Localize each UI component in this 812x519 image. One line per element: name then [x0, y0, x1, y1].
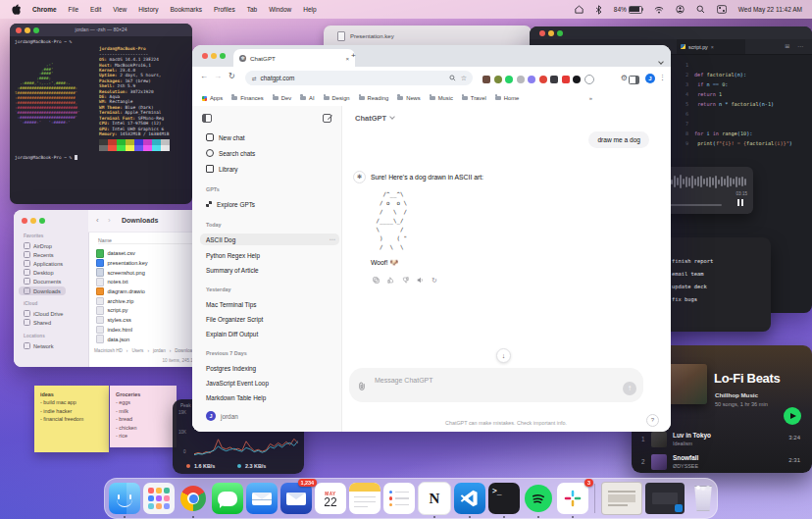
- menu-profiles[interactable]: Profiles: [208, 6, 241, 13]
- explore-gpts-button[interactable]: Explore GPTs: [200, 198, 339, 210]
- breadcrumb[interactable]: Macintosh HD› Users› jordan› Downloads: [94, 348, 197, 353]
- chat-item[interactable]: Summary of Article: [200, 264, 339, 276]
- dock-mail-unread-icon[interactable]: 1,234: [280, 483, 312, 514]
- send-button[interactable]: ↑: [623, 382, 636, 395]
- regenerate-icon[interactable]: ↻: [430, 277, 439, 285]
- sidebar-item-applications[interactable]: Applications: [24, 260, 63, 267]
- sidebar-item-desktop[interactable]: Desktop: [24, 269, 54, 276]
- menu-file[interactable]: File: [63, 6, 84, 13]
- dock-slack-icon[interactable]: 3: [557, 483, 588, 514]
- play-button[interactable]: [784, 407, 801, 425]
- dock-spotify-icon[interactable]: [523, 483, 554, 514]
- menu-view[interactable]: View: [107, 6, 132, 13]
- waveform[interactable]: [665, 173, 747, 190]
- audio-progress-bar[interactable]: [665, 204, 722, 206]
- menu-clock[interactable]: Wed May 22 11:42 AM: [733, 6, 812, 13]
- terminal-body[interactable]: jordan@MacBook-Pro ~ % ,:' ,###' :####' …: [10, 36, 192, 164]
- sidebar-item-icloud-drive[interactable]: iCloud Drive: [24, 310, 63, 317]
- address-bar[interactable]: ⇄ chatgpt.com ☆: [245, 71, 473, 85]
- control-center-icon[interactable]: [711, 5, 733, 14]
- search-icon[interactable]: [449, 75, 456, 82]
- message-input[interactable]: Message ChatGPT ↑: [349, 368, 643, 402]
- wifi-icon[interactable]: [648, 6, 670, 14]
- bookmark-folder[interactable]: Reading: [359, 95, 389, 101]
- sidebar-item-documents[interactable]: Documents: [24, 278, 61, 285]
- zoom-button[interactable]: [33, 27, 39, 33]
- minimize-button[interactable]: [548, 30, 554, 36]
- menu-app-name[interactable]: Chrome: [26, 6, 63, 13]
- back-button[interactable]: ‹: [96, 216, 99, 225]
- extension-icon[interactable]: [517, 76, 525, 83]
- chat-item[interactable]: Mac Terminal Tips: [200, 298, 339, 310]
- sidebar-item-airdrop[interactable]: AirDrop: [24, 242, 52, 249]
- more-menu-icon[interactable]: ⋮: [659, 74, 666, 81]
- attach-paperclip-icon[interactable]: [358, 377, 366, 394]
- side-panel-icon[interactable]: [629, 76, 639, 84]
- chrome-tab-chatgpt[interactable]: ✻ ChatGPT ×: [233, 49, 355, 67]
- extension-icon[interactable]: [539, 76, 547, 83]
- minimize-button[interactable]: [25, 27, 30, 33]
- dock-launchpad-icon[interactable]: [143, 483, 175, 514]
- bookmarks-overflow-icon[interactable]: »: [589, 95, 592, 101]
- menu-help[interactable]: Help: [297, 6, 322, 13]
- zoom-button[interactable]: [557, 30, 563, 36]
- dock-messages-icon[interactable]: [212, 483, 243, 514]
- tab-close-icon[interactable]: ×: [345, 55, 349, 62]
- dock-trash-icon[interactable]: [687, 483, 719, 514]
- chat-item[interactable]: JavaScript Event Loop: [200, 377, 339, 389]
- forward-button[interactable]: →: [214, 72, 222, 80]
- compose-icon[interactable]: [323, 114, 331, 123]
- menu-window[interactable]: Window: [263, 6, 297, 13]
- library-button[interactable]: Library: [200, 163, 339, 175]
- chat-item[interactable]: Python Regex Help: [200, 249, 339, 261]
- chat-item[interactable]: Explain Diff Output: [200, 328, 339, 339]
- vscode-window-controls[interactable]: [539, 30, 563, 36]
- extension-icon[interactable]: [494, 76, 502, 83]
- extension-icon[interactable]: [573, 76, 581, 83]
- user-profile-row[interactable]: J jordan: [200, 410, 339, 422]
- sidebar-item-shared[interactable]: Shared: [24, 319, 51, 326]
- dock-chrome-icon[interactable]: [178, 483, 209, 514]
- bookmark-folder[interactable]: Travel: [462, 95, 486, 101]
- close-button[interactable]: [539, 30, 545, 36]
- tab-close-icon[interactable]: ×: [711, 44, 714, 50]
- forward-button[interactable]: ›: [108, 216, 111, 225]
- extension-icon[interactable]: [562, 76, 570, 83]
- chat-options-icon[interactable]: ⋯: [330, 235, 335, 243]
- user-menu-icon[interactable]: [670, 5, 690, 14]
- reload-button[interactable]: ↻: [228, 72, 235, 80]
- extension-icon[interactable]: [550, 76, 558, 83]
- chat-item[interactable]: Markdown Table Help: [200, 391, 339, 403]
- thumbs-down-icon[interactable]: [400, 277, 410, 285]
- dock-notes-icon[interactable]: [349, 483, 381, 514]
- zoom-button[interactable]: [39, 218, 45, 224]
- dock-notion-icon[interactable]: N: [418, 482, 451, 515]
- terminal-window-controls[interactable]: [16, 27, 39, 33]
- scroll-to-bottom-button[interactable]: ↓: [496, 348, 511, 363]
- bluetooth-icon[interactable]: [589, 5, 608, 15]
- apple-menu-icon[interactable]: [0, 4, 26, 15]
- menu-history[interactable]: History: [132, 6, 164, 13]
- breadcrumb-item[interactable]: Users: [131, 348, 143, 353]
- bookmark-star-icon[interactable]: ☆: [461, 75, 467, 82]
- extension-icon[interactable]: [528, 76, 535, 83]
- chat-item[interactable]: Postgres Indexing: [200, 362, 339, 374]
- menu-bookmarks[interactable]: Bookmarks: [164, 6, 208, 13]
- bookmark-folder[interactable]: Home: [495, 95, 519, 101]
- new-chat-button[interactable]: New chat: [200, 131, 339, 143]
- sidebar-item-network[interactable]: Network: [24, 342, 54, 349]
- menu-tab[interactable]: Tab: [241, 6, 263, 13]
- breadcrumb-item[interactable]: Macintosh HD: [94, 348, 123, 353]
- chat-item[interactable]: File Organizer Script: [200, 313, 339, 325]
- sticky-note-groceries[interactable]: Groceries - eggs- milk- bread- chicken- …: [110, 386, 177, 447]
- dock-reminders-icon[interactable]: [383, 483, 415, 514]
- spotlight-search-icon[interactable]: [690, 5, 711, 14]
- minimize-button[interactable]: [30, 218, 36, 224]
- extension-icon[interactable]: [482, 76, 490, 83]
- presentation-window-titlebar[interactable]: Presentation.key: [324, 26, 532, 47]
- menu-edit[interactable]: Edit: [84, 6, 107, 13]
- copy-icon[interactable]: [371, 277, 381, 285]
- track-row[interactable]: 2 Snowfall ØDYSSEE 2:31: [637, 452, 806, 473]
- finder-window-controls[interactable]: [22, 218, 45, 224]
- code-editor[interactable]: 12def factorial(n):3 if n == 0:4 return …: [677, 60, 792, 148]
